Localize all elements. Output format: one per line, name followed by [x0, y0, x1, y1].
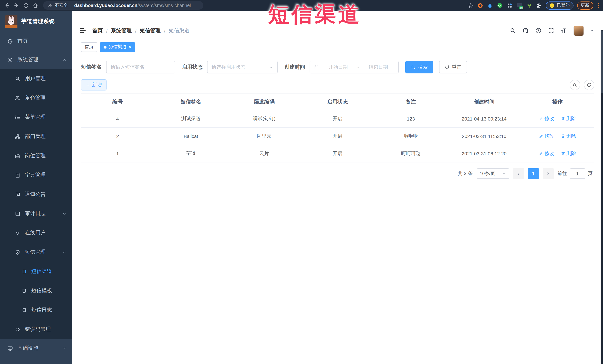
home-icon[interactable] — [32, 2, 38, 8]
next-page-button[interactable] — [543, 168, 554, 179]
sidebar-item-menus[interactable]: 菜单管理 — [0, 108, 72, 127]
app-logo-rabbit — [5, 15, 17, 28]
col-id: 编号 — [81, 94, 154, 110]
breadcrumb-home[interactable]: 首页 — [93, 27, 103, 34]
sidebar-item-audit-logs[interactable]: 审计日志 — [0, 204, 72, 223]
extension-orange-ring-icon[interactable] — [477, 2, 483, 8]
user-avatar[interactable] — [573, 25, 584, 36]
warning-triangle-icon — [48, 3, 53, 8]
delete-link[interactable]: 删除 — [561, 115, 576, 122]
toggle-search-button[interactable] — [569, 80, 580, 90]
caret-down-icon[interactable] — [590, 29, 594, 33]
table-header-row: 编号 短信签名 渠道编码 启用状态 备注 创建时间 操作 — [81, 94, 594, 110]
cell-code: 阿里云 — [228, 127, 301, 145]
font-size-icon[interactable] — [560, 27, 567, 34]
tag-home[interactable]: 首页 — [81, 42, 97, 52]
extension-puzzle-icon[interactable] — [536, 2, 542, 8]
add-button[interactable]: 新增 — [81, 79, 106, 90]
breadcrumb: 首页 / 系统管理 / 短信管理 / 短信渠道 — [93, 27, 189, 34]
prev-page-button[interactable] — [513, 168, 524, 179]
pagination: 共 3 条 10条/页 1 前往 1 页 — [81, 162, 594, 179]
url-domain: dashboard.yudao.iocoder.cn — [74, 3, 137, 8]
search-icon[interactable] — [510, 27, 516, 34]
app-logo-row[interactable]: 芋道管理系统 — [0, 11, 72, 32]
sidebar-item-home[interactable]: 首页 — [0, 32, 72, 50]
cell-remark: 啦啦啦 — [374, 127, 447, 145]
url-divider — [71, 3, 71, 8]
sidebar-item-system[interactable]: 系统管理 — [0, 50, 72, 69]
sidebar-item-label: 系统管理 — [17, 56, 38, 63]
sidebar-item-label: 部门管理 — [25, 133, 46, 140]
bookmark-star-icon[interactable] — [468, 2, 474, 8]
breadcrumb-system[interactable]: 系统管理 — [111, 27, 132, 34]
sidebar-item-dicts[interactable]: 字典管理 — [0, 165, 72, 185]
header-actions — [510, 25, 594, 36]
extension-blue-drop-icon[interactable] — [487, 2, 493, 8]
security-warning[interactable]: 不安全 — [48, 2, 68, 9]
delete-link[interactable]: 删除 — [561, 150, 576, 157]
signal-icon — [15, 230, 20, 236]
paused-extension-pill[interactable]: 已暂停 — [546, 1, 573, 10]
browser-scrollbar[interactable] — [600, 30, 603, 364]
github-icon[interactable] — [522, 27, 529, 34]
back-icon[interactable] — [4, 2, 10, 9]
breadcrumb-sms[interactable]: 短信管理 — [140, 27, 161, 34]
address-bar[interactable]: 不安全 dashboard.yudao.iocoder.cn/system/sm… — [43, 1, 203, 10]
url-text: dashboard.yudao.iocoder.cn/system/sms/sm… — [74, 3, 191, 8]
extension-grid-icon[interactable] — [507, 2, 513, 8]
sidebar-item-infra[interactable]: 基础设施 — [0, 339, 72, 357]
chat-bubble-icon — [15, 192, 20, 197]
sidebar-item-sms-channel[interactable]: 短信渠道 — [0, 262, 72, 281]
sidebar-item-online-users[interactable]: 在线用户 — [0, 223, 72, 243]
tag-label: 短信渠道 — [109, 44, 127, 50]
dashboard-icon — [7, 38, 13, 44]
col-status: 启用状态 — [301, 94, 374, 110]
sidebar-item-sms-log[interactable]: 短信日志 — [0, 300, 72, 320]
col-sign: 短信签名 — [154, 94, 228, 110]
status-select[interactable]: 请选择启用状态 — [207, 61, 278, 73]
sidebar-item-label: 字典管理 — [25, 172, 46, 178]
close-icon[interactable]: × — [129, 45, 131, 49]
sidebar-item-roles[interactable]: 角色管理 — [0, 88, 72, 108]
forward-icon[interactable] — [13, 2, 20, 9]
reset-button[interactable]: 重置 — [439, 61, 467, 73]
org-tree-icon — [15, 134, 20, 139]
delete-link[interactable]: 删除 — [561, 133, 576, 139]
col-actions: 操作 — [521, 94, 594, 110]
fullscreen-icon[interactable] — [548, 27, 554, 34]
extension-sprout-icon[interactable] — [526, 2, 532, 8]
browser-menu-kebab-icon[interactable] — [597, 3, 600, 8]
breadcrumb-separator: / — [164, 28, 165, 33]
sidebar-item-sms-template[interactable]: 短信模板 — [0, 281, 72, 300]
browser-update-button[interactable]: 更新 — [577, 1, 593, 10]
end-date-placeholder: 结束日期 — [362, 64, 394, 70]
refresh-table-button[interactable] — [584, 80, 594, 90]
sidebar-item-depts[interactable]: 部门管理 — [0, 127, 72, 146]
edit-link[interactable]: 修改 — [539, 150, 554, 157]
sidebar-item-sms[interactable]: 短信管理 — [0, 243, 72, 262]
scrollbar-thumb[interactable] — [601, 30, 603, 93]
sign-input[interactable]: 请输入短信签名 — [106, 61, 175, 73]
help-icon[interactable] — [535, 27, 541, 34]
goto-page-input[interactable]: 1 — [569, 168, 585, 179]
edit-link[interactable]: 修改 — [539, 133, 554, 139]
page-button-1[interactable]: 1 — [528, 168, 539, 179]
edit-link[interactable]: 修改 — [539, 115, 554, 122]
sidebar-item-error-codes[interactable]: 错误码管理 — [0, 320, 72, 339]
sidebar-item-label: 岗位管理 — [25, 153, 46, 159]
cell-code: 云片 — [228, 145, 301, 162]
sidebar-item-posts[interactable]: 岗位管理 — [0, 146, 72, 165]
date-range-picker[interactable]: 开始日期 - 结束日期 — [310, 61, 399, 73]
range-separator: - — [358, 64, 359, 70]
hamburger-icon[interactable] — [79, 27, 86, 34]
search-button[interactable]: 搜索 — [405, 61, 433, 73]
reload-icon[interactable] — [23, 2, 29, 8]
tag-sms-channel[interactable]: 短信渠道 × — [100, 42, 135, 52]
extension-green-check-icon[interactable] — [497, 2, 503, 9]
sidebar-item-notices[interactable]: 通知公告 — [0, 185, 72, 204]
table-toolbar: 新增 — [81, 79, 594, 90]
sidebar-item-users[interactable]: 用户管理 — [0, 69, 72, 88]
chevron-left-icon — [516, 172, 521, 176]
page-size-select[interactable]: 10条/页 — [476, 168, 509, 179]
extension-on-badge[interactable]: on — [516, 2, 523, 9]
